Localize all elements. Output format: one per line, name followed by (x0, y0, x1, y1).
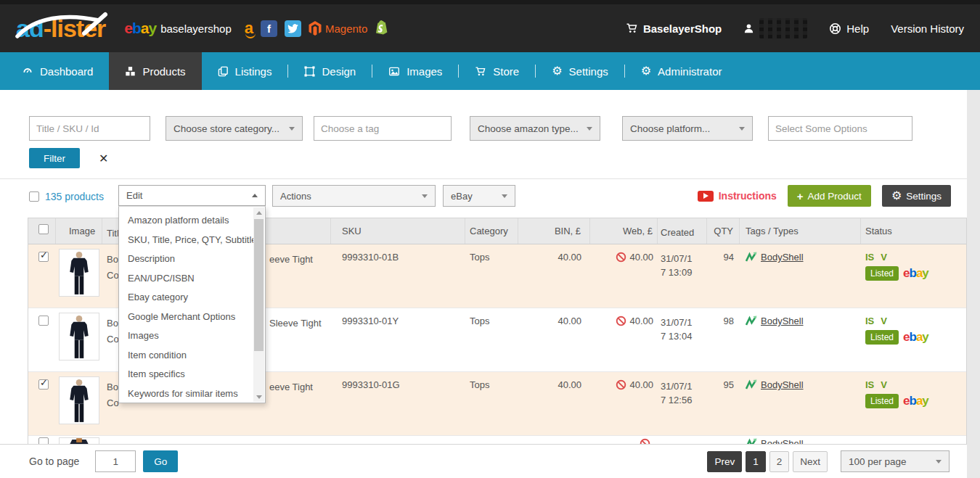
listed-badge: Listed (865, 394, 899, 408)
column-header-tags[interactable]: Tags / Types (740, 218, 861, 244)
column-header-status[interactable]: Status (861, 218, 966, 244)
select-all-checkbox[interactable] (38, 224, 49, 234)
gear-icon: ⚙ (891, 190, 902, 202)
app-logo[interactable]: ad-lister (16, 16, 105, 41)
row-checkbox[interactable]: ✓ (38, 252, 49, 262)
platform-toolbar-select[interactable]: eBay (443, 185, 515, 207)
product-image[interactable] (59, 249, 99, 297)
product-bin-price: 40.00 (518, 372, 590, 435)
dropdown-scrollbar[interactable] (253, 207, 264, 402)
add-product-button[interactable]: + Add Product (788, 185, 871, 207)
chevron-up-icon (252, 194, 258, 197)
dropdown-option[interactable]: SKU, Title, Price, QTY, Subtitle (119, 231, 253, 250)
options-multiselect-input[interactable] (768, 116, 912, 141)
nav-item-listings[interactable]: Listings (202, 52, 288, 90)
tag-link[interactable]: BodyShell (761, 252, 804, 263)
status-flags: ISV (865, 252, 960, 263)
row-checkbox[interactable]: ✓ (38, 379, 49, 390)
scrollbar-thumb[interactable] (254, 219, 264, 351)
ebay-logo[interactable]: ebay (124, 20, 156, 37)
user-menu[interactable] (743, 18, 807, 38)
tag-link[interactable]: BodyShell (761, 438, 804, 444)
go-button[interactable]: Go (143, 450, 178, 472)
column-header-image[interactable]: Image (56, 218, 102, 244)
dropdown-option[interactable]: Google Merchant Options (119, 308, 253, 327)
page-1-button[interactable]: 1 (746, 451, 766, 472)
magento-link[interactable]: Magento (309, 21, 367, 36)
logo-text-orange: -lister (44, 15, 106, 42)
nav-item-products[interactable]: Products (109, 52, 201, 90)
twitter-icon[interactable] (285, 20, 301, 37)
ebay-listing-link[interactable]: ebay (903, 266, 928, 281)
dropdown-option[interactable]: Ebay category (119, 288, 253, 308)
product-qty: 95 (707, 372, 740, 435)
tag-input[interactable] (314, 116, 452, 141)
dropdown-option[interactable]: Description (119, 250, 253, 269)
filter-button[interactable]: Filter (29, 148, 80, 168)
tag-link[interactable]: BodyShell (761, 379, 804, 390)
title-sku-search-input[interactable] (29, 116, 150, 141)
column-header-web[interactable]: Web, £ (590, 218, 658, 244)
dropdown-option[interactable]: Item condition (119, 346, 253, 366)
platform-select[interactable]: Choose platform... (622, 116, 753, 141)
dropdown-option[interactable]: Keywords for similar items (119, 384, 253, 404)
nav-item-administrator[interactable]: ⚙ Administrator (625, 52, 738, 90)
ebay-listing-link[interactable]: ebay (903, 330, 928, 345)
plus-icon: + (797, 190, 804, 202)
product-web-price (590, 436, 658, 444)
dropdown-option[interactable]: Amazon platform details (119, 211, 253, 231)
dropdown-option[interactable]: EAN/UPC/ISBN (119, 269, 253, 289)
column-header-sku[interactable]: SKU (331, 218, 465, 244)
prev-button[interactable]: Prev (707, 451, 742, 472)
edit-select[interactable]: Edit (118, 185, 266, 206)
column-header-category[interactable]: Category (465, 218, 518, 244)
goto-page-input[interactable] (95, 450, 136, 472)
table-footer: Go to page Go Prev 1 2 Next 100 per page (0, 444, 967, 478)
nav-item-settings[interactable]: ⚙ Settings (536, 52, 624, 90)
amazon-icon[interactable]: a (245, 20, 253, 36)
nav-item-images[interactable]: Images (372, 52, 458, 90)
magento-label: Magento (325, 22, 367, 35)
actions-select[interactable]: Actions (272, 185, 436, 207)
product-image[interactable] (59, 313, 99, 360)
ebay-listing-link[interactable]: ebay (903, 394, 928, 408)
shopify-icon[interactable] (375, 20, 388, 38)
main-nav: Dashboard Products Listings Design Image… (0, 52, 980, 90)
next-button[interactable]: Next (793, 451, 828, 472)
scrollbar-down-arrow[interactable] (253, 392, 264, 402)
product-web-price: 40.00 (590, 372, 658, 435)
amazon-type-select[interactable]: Choose amazon type... (470, 116, 600, 141)
row-checkbox[interactable] (38, 437, 49, 444)
dropdown-option[interactable]: Item specifics (119, 365, 253, 384)
select-all-checkbox[interactable] (29, 191, 39, 202)
column-header-qty[interactable]: QTY (707, 218, 740, 244)
product-image[interactable] (59, 376, 99, 424)
table-row: BodyShell (28, 436, 966, 444)
product-image[interactable] (59, 437, 99, 444)
column-header-created[interactable]: Created (658, 218, 707, 244)
per-page-select[interactable]: 100 per page (841, 450, 950, 472)
facebook-icon[interactable]: f (261, 20, 277, 37)
column-header-bin[interactable]: BIN, £ (518, 218, 590, 244)
nav-item-dashboard[interactable]: Dashboard (0, 52, 109, 90)
product-bin-price: 40.00 (518, 244, 590, 308)
shop-button[interactable]: BaselayerShop (626, 22, 722, 35)
scrollbar-up-arrow[interactable] (253, 207, 264, 218)
version-history-link[interactable]: Version History (891, 22, 964, 35)
dropdown-option[interactable]: Images (119, 326, 253, 346)
clear-filters-icon[interactable]: ✕ (99, 152, 108, 165)
tag-link[interactable]: BodyShell (761, 316, 804, 326)
top-header: ad-lister ebay baselayershop a f Magento… (0, 0, 980, 52)
help-button[interactable]: Help (829, 22, 869, 35)
nav-item-store[interactable]: Store (459, 52, 535, 90)
page-2-button[interactable]: 2 (769, 451, 790, 472)
product-category: Tops (465, 308, 518, 371)
row-checkbox[interactable] (38, 316, 49, 326)
store-category-select[interactable]: Choose store category... (166, 116, 303, 141)
instructions-link[interactable]: Instructions (698, 190, 777, 202)
nav-item-design[interactable]: Design (288, 52, 372, 90)
table-settings-button[interactable]: ⚙ Settings (882, 185, 951, 207)
edit-dropdown-panel: Amazon platform details SKU, Title, Pric… (118, 206, 266, 403)
trend-icon (746, 438, 757, 444)
products-page: Choose store category... Choose amazon t… (0, 90, 967, 478)
